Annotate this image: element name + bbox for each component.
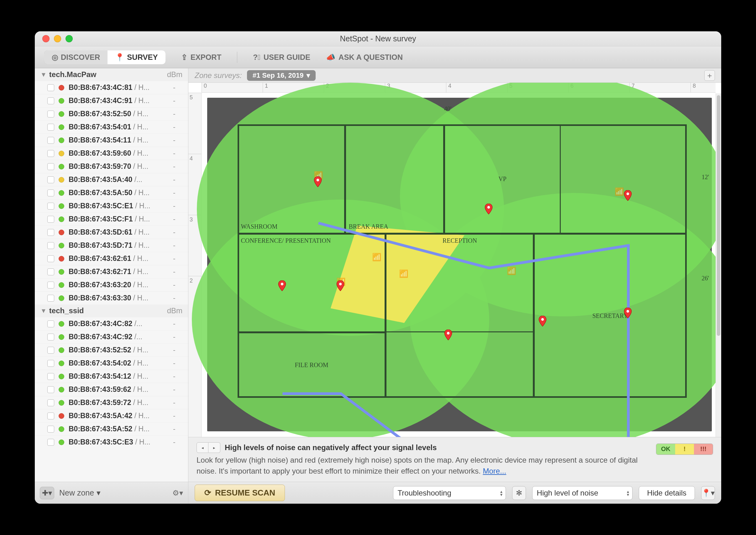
new-zone-dropdown[interactable]: New zone ▾ xyxy=(59,488,101,497)
zone-selected-pill[interactable]: #1 Sep 16, 2019▾ xyxy=(247,70,316,81)
resume-scan-button[interactable]: ⟳RESUME SCAN xyxy=(195,485,285,501)
network-row[interactable]: B0:B8:67:43:4C:91 / H...- xyxy=(35,94,188,107)
network-checkbox[interactable] xyxy=(47,255,54,262)
network-checkbox[interactable] xyxy=(47,295,54,302)
signal-status-dot xyxy=(59,243,64,248)
network-row[interactable]: B0:B8:67:43:54:11 / H...- xyxy=(35,133,188,147)
survey-point-pin[interactable] xyxy=(444,329,452,338)
wifi-icon: 📶 xyxy=(372,253,385,265)
locate-button[interactable]: 📍▾ xyxy=(701,486,715,500)
minimize-icon[interactable] xyxy=(54,35,61,42)
network-checkbox[interactable] xyxy=(47,386,54,393)
survey-point-pin[interactable] xyxy=(484,204,493,212)
tip-prev-button[interactable]: ◂ xyxy=(196,442,208,453)
network-checkbox[interactable] xyxy=(47,176,54,183)
network-row[interactable]: B0:B8:67:43:62:71 / H...- xyxy=(35,265,188,278)
add-button[interactable]: ✚▾ xyxy=(40,487,54,499)
export-button[interactable]: ⇪ EXPORT xyxy=(181,53,221,62)
network-checkbox[interactable] xyxy=(47,347,54,353)
network-row[interactable]: B0:B8:67:43:54:01 / H...- xyxy=(35,120,188,133)
network-checkbox[interactable] xyxy=(47,282,54,289)
network-checkbox[interactable] xyxy=(47,203,54,210)
signal-status-dot xyxy=(59,98,64,104)
survey-point-pin[interactable] xyxy=(278,280,286,289)
network-checkbox[interactable] xyxy=(47,439,54,446)
network-checkbox[interactable] xyxy=(47,111,54,118)
network-row[interactable]: B0:B8:67:43:5A:50 / H...- xyxy=(35,186,188,199)
network-row[interactable]: B0:B8:67:43:54:12 / H...- xyxy=(35,370,188,383)
zoom-icon[interactable] xyxy=(66,35,73,42)
network-checkbox[interactable] xyxy=(47,98,54,104)
network-row[interactable]: B0:B8:67:43:5A:42 / H...- xyxy=(35,409,188,422)
user-guide-button[interactable]: ?⃝ USER GUIDE xyxy=(253,53,310,62)
network-checkbox[interactable] xyxy=(47,84,54,91)
noise-legend: OK ! !!! xyxy=(656,443,713,455)
network-checkbox[interactable] xyxy=(47,124,54,130)
network-list[interactable]: ▼tech.MacPawdBmB0:B8:67:43:4C:81 / H...-… xyxy=(35,68,188,482)
gear-icon[interactable]: ⚙︎▾ xyxy=(172,489,183,497)
network-group-header[interactable]: ▼tech.MacPawdBm xyxy=(35,68,188,81)
network-row[interactable]: B0:B8:67:43:59:60 / H...- xyxy=(35,147,188,160)
network-row[interactable]: B0:B8:67:43:59:62 / H...- xyxy=(35,383,188,396)
tip-more-link[interactable]: More... xyxy=(483,467,506,475)
signal-status-dot xyxy=(59,203,64,209)
vertical-scrollbar[interactable] xyxy=(715,93,721,437)
network-row[interactable]: B0:B8:67:43:59:70 / H...- xyxy=(35,160,188,173)
network-checkbox[interactable] xyxy=(47,399,54,406)
network-row[interactable]: B0:B8:67:43:5A:40 /...- xyxy=(35,173,188,186)
network-row[interactable]: B0:B8:67:43:63:30 / H...- xyxy=(35,291,188,304)
network-row[interactable]: B0:B8:67:43:63:20 / H...- xyxy=(35,278,188,291)
network-checkbox[interactable] xyxy=(47,321,54,327)
close-icon[interactable] xyxy=(42,35,49,42)
network-checkbox[interactable] xyxy=(47,150,54,157)
survey-point-pin[interactable] xyxy=(314,176,322,184)
signal-status-dot xyxy=(59,151,64,156)
network-row[interactable]: B0:B8:67:43:4C:92 /...- xyxy=(35,330,188,343)
heatmap-canvas[interactable]: 012345678 5432 40' 12' 26' xyxy=(189,83,721,437)
ask-question-button[interactable]: 📣 ASK A QUESTION xyxy=(326,53,403,62)
network-row[interactable]: B0:B8:67:43:5C:E1 / H...- xyxy=(35,199,188,212)
network-checkbox[interactable] xyxy=(47,216,54,223)
network-checkbox[interactable] xyxy=(47,229,54,236)
network-checkbox[interactable] xyxy=(47,189,54,196)
network-checkbox[interactable] xyxy=(47,412,54,419)
network-row[interactable]: B0:B8:67:43:5A:52 / H...- xyxy=(35,422,188,436)
tip-next-button[interactable]: ▸ xyxy=(208,442,220,453)
network-group-header[interactable]: ▼tech_ssiddBm xyxy=(35,304,188,317)
metric-select[interactable]: High level of noise▴▾ xyxy=(532,486,632,500)
mode-select[interactable]: Troubleshooting▴▾ xyxy=(393,486,506,500)
survey-tab[interactable]: 📍 SURVEY xyxy=(107,50,165,64)
network-row[interactable]: B0:B8:67:43:52:50 / H...- xyxy=(35,107,188,120)
config-button[interactable]: ✻ xyxy=(512,486,526,500)
hide-details-button[interactable]: Hide details xyxy=(639,486,695,500)
network-row[interactable]: B0:B8:67:43:5D:71 / H...- xyxy=(35,239,188,252)
survey-point-pin[interactable] xyxy=(538,316,547,324)
network-row[interactable]: B0:B8:67:43:59:72 / H...- xyxy=(35,396,188,409)
network-row[interactable]: B0:B8:67:43:5D:61 / H...- xyxy=(35,226,188,239)
network-checkbox[interactable] xyxy=(47,334,54,341)
refresh-icon: ⟳ xyxy=(204,488,211,498)
network-checkbox[interactable] xyxy=(47,268,54,275)
network-checkbox[interactable] xyxy=(47,163,54,170)
bottom-toolbar: ⟳RESUME SCAN Troubleshooting▴▾ ✻ High le… xyxy=(189,482,721,504)
window-title: NetSpot - New survey xyxy=(35,34,721,43)
network-row[interactable]: B0:B8:67:43:62:61 / H...- xyxy=(35,252,188,265)
survey-point-pin[interactable] xyxy=(336,280,344,289)
network-checkbox[interactable] xyxy=(47,373,54,380)
signal-status-dot xyxy=(59,216,64,222)
network-checkbox[interactable] xyxy=(47,360,54,367)
discover-tab[interactable]: ◎ DISCOVER xyxy=(44,50,107,64)
signal-status-dot xyxy=(59,164,64,169)
network-row[interactable]: B0:B8:67:43:5C:F1 / H...- xyxy=(35,212,188,226)
network-checkbox[interactable] xyxy=(47,242,54,249)
network-checkbox[interactable] xyxy=(47,426,54,433)
network-row[interactable]: B0:B8:67:43:4C:81 / H...- xyxy=(35,81,188,94)
network-checkbox[interactable] xyxy=(47,137,54,144)
survey-point-pin[interactable] xyxy=(624,308,632,316)
survey-point-pin[interactable] xyxy=(624,190,632,198)
network-row[interactable]: B0:B8:67:43:5C:E3 / H...- xyxy=(35,436,188,449)
add-survey-button[interactable]: ＋ xyxy=(704,70,715,81)
network-row[interactable]: B0:B8:67:43:52:52 / H...- xyxy=(35,343,188,356)
network-row[interactable]: B0:B8:67:43:54:02 / H...- xyxy=(35,356,188,370)
network-row[interactable]: B0:B8:67:43:4C:82 /...- xyxy=(35,317,188,330)
